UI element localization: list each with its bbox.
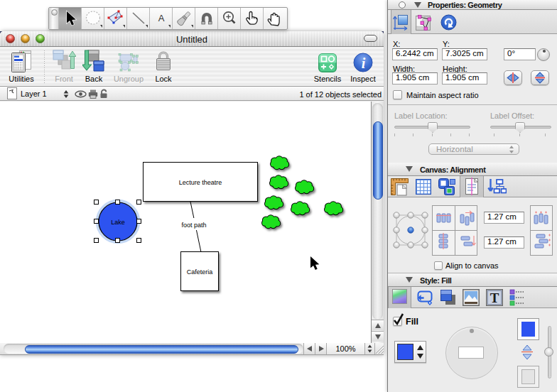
svg-text:foot path: foot path [181, 222, 206, 229]
svg-text:A: A [158, 13, 164, 23]
svg-text:Lecture theatre: Lecture theatre [179, 179, 222, 186]
svg-text:T: T [490, 290, 499, 305]
svg-text:i: i [362, 55, 366, 71]
svg-text:Cafeteria: Cafeteria [187, 268, 213, 276]
svg-text:Lake: Lake [111, 219, 125, 226]
